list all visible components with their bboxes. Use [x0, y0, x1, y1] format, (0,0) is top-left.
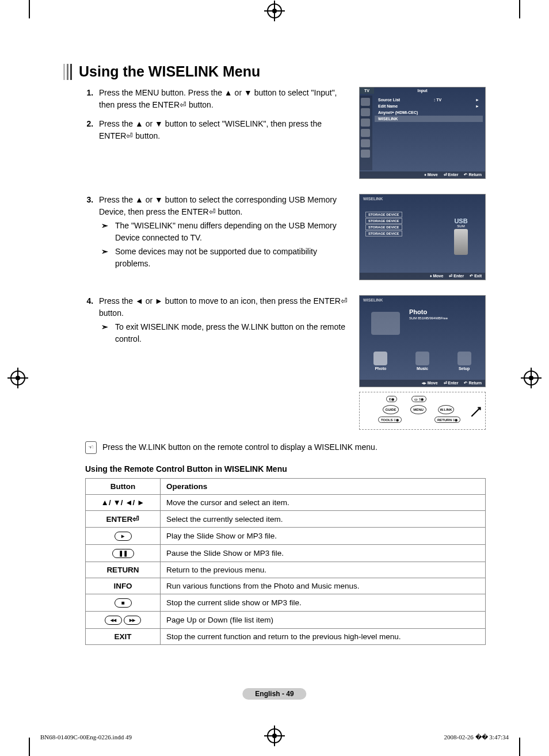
remote-control-snippet: E◉ ▭ ≡◉ GUIDE MENU W.LINK TOOLS ≡◉ RETUR…	[359, 392, 486, 430]
heading-decor-icon	[63, 64, 72, 80]
registration-mark-icon	[267, 3, 282, 18]
registration-mark-icon	[524, 371, 539, 385]
note-arrow-icon: ➣	[99, 321, 110, 345]
table-subheading: Using the Remote Control Button in WISEL…	[85, 464, 486, 474]
screenshot-wiselink-photo: WISELINK Photo SUM 851MB/994MBFree Photo…	[359, 295, 486, 387]
indd-filename: BN68-01409C-00Eng-0226.indd 49	[40, 734, 132, 741]
remote-tools-button: TOOLS ≡◉	[378, 417, 402, 423]
usb-stick-icon	[454, 229, 468, 255]
stop-button-icon: ■	[115, 598, 132, 608]
note-arrow-icon: ➣	[99, 246, 110, 270]
step-2: Press the ▲ or ▼ button to select "WISEL…	[96, 118, 348, 142]
registration-mark-icon	[10, 371, 25, 385]
remote-guide-button: GUIDE	[383, 405, 399, 414]
page-title: Using the WISELINK Menu	[79, 63, 260, 80]
fastfwd-button-icon: ▸▸	[124, 616, 141, 625]
screenshot-wiselink-devices: WISELINK STORAGE DEVICESTORAGE DEVICESTO…	[359, 194, 486, 280]
step-4: Press the ◄ or ► button to move to an ic…	[96, 295, 348, 345]
hand-note-icon: ☜	[85, 441, 97, 454]
page-number-pill: English - 49	[242, 688, 306, 700]
hand-note-text: Press the W.LINK button on the remote co…	[102, 441, 378, 454]
step-3: Press the ▲ or ▼ button to select the co…	[96, 194, 348, 270]
remote-operations-table: ButtonOperations ▲/ ▼/ ◄/ ►Move the curs…	[85, 478, 486, 645]
note-arrow-icon: ➣	[99, 220, 110, 244]
remote-wlink-button: W.LINK	[438, 405, 454, 414]
photo-thumb-icon	[371, 312, 400, 335]
screenshot-input-menu: TV Input Source List: TV► Edit Name► Any…	[359, 87, 486, 179]
callout-arrow-icon	[469, 404, 484, 419]
pause-button-icon: ❚❚	[112, 549, 134, 558]
indd-timestamp: 2008-02-26 �� 3:47:34	[444, 734, 509, 741]
remote-return-button: RETURN ≡◉	[434, 417, 460, 423]
play-button-icon: ▸	[115, 532, 132, 541]
rewind-button-icon: ◂◂	[105, 616, 122, 625]
remote-dma-icon: ▭ ≡◉	[411, 396, 426, 402]
remote-menu-button: MENU	[410, 405, 426, 414]
step-1: Press the MENU button. Press the ▲ or ▼ …	[96, 87, 348, 111]
remote-epg-icon: E◉	[386, 396, 397, 402]
